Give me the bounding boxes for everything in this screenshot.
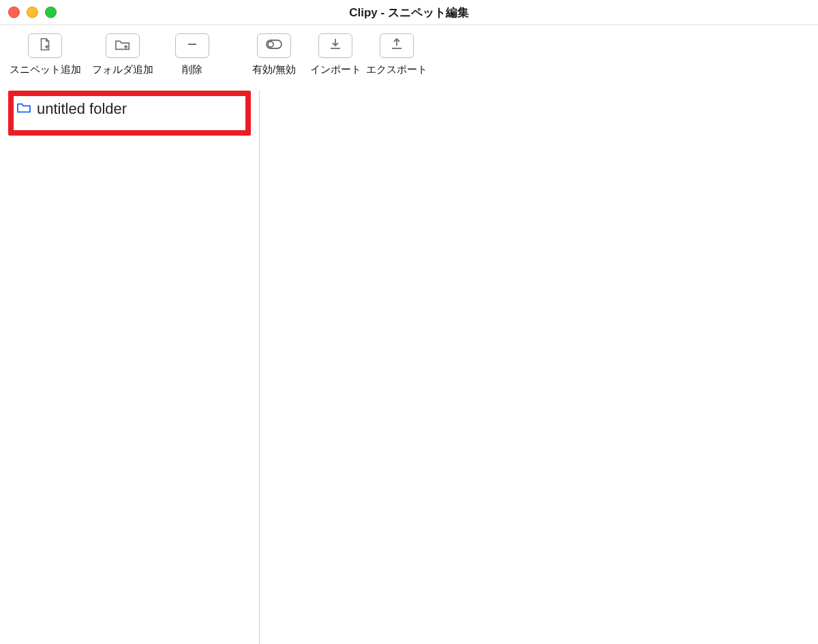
zoom-window-button[interactable] xyxy=(45,7,57,18)
delete-button[interactable] xyxy=(175,33,209,58)
toolbar: スニペット追加 フォルダ追加 削除 xyxy=(0,25,818,91)
tool-add-folder: フォルダ追加 xyxy=(87,33,158,76)
tool-add-snippet: スニペット追加 xyxy=(10,33,80,76)
minus-icon xyxy=(185,37,199,54)
tool-export: エクスポート xyxy=(369,33,424,76)
delete-label: 削除 xyxy=(182,63,202,76)
svg-point-1 xyxy=(268,42,273,47)
svg-rect-0 xyxy=(267,40,282,48)
sidebar-item-folder-highlighted[interactable]: untitled folder xyxy=(8,91,251,136)
add-folder-label: フォルダ追加 xyxy=(92,63,153,76)
enable-disable-label: 有効/無効 xyxy=(252,63,296,76)
add-folder-icon xyxy=(115,37,131,55)
minimize-window-button[interactable] xyxy=(27,7,38,18)
toolbar-group-edit: スニペット追加 フォルダ追加 削除 xyxy=(0,33,219,76)
add-file-icon xyxy=(37,37,52,55)
import-label: インポート xyxy=(310,63,361,76)
export-label: エクスポート xyxy=(366,63,427,76)
folder-label: untitled folder xyxy=(37,100,127,118)
export-button[interactable] xyxy=(380,33,414,58)
window-title: Clipy - スニペット編集 xyxy=(0,5,818,20)
tool-delete: 削除 xyxy=(165,33,219,76)
tool-import: インポート xyxy=(308,33,363,76)
main-area: untitled folder xyxy=(0,91,818,644)
folder-list[interactable]: untitled folder xyxy=(0,91,260,644)
tool-enable-disable: 有効/無効 xyxy=(247,33,301,76)
close-window-button[interactable] xyxy=(8,7,20,18)
toggle-icon xyxy=(265,38,283,53)
folder-icon xyxy=(16,102,31,117)
add-folder-button[interactable] xyxy=(106,33,140,58)
toolbar-group-actions: 有効/無効 インポート xyxy=(247,33,424,76)
import-button[interactable] xyxy=(318,33,352,58)
add-snippet-label: スニペット追加 xyxy=(10,63,81,76)
snippet-editor-pane[interactable] xyxy=(260,91,818,644)
export-icon xyxy=(389,37,404,55)
import-icon xyxy=(328,37,343,55)
window-controls xyxy=(8,7,57,18)
add-snippet-button[interactable] xyxy=(28,33,62,58)
title-bar: Clipy - スニペット編集 xyxy=(0,0,818,25)
enable-disable-button[interactable] xyxy=(257,33,291,58)
